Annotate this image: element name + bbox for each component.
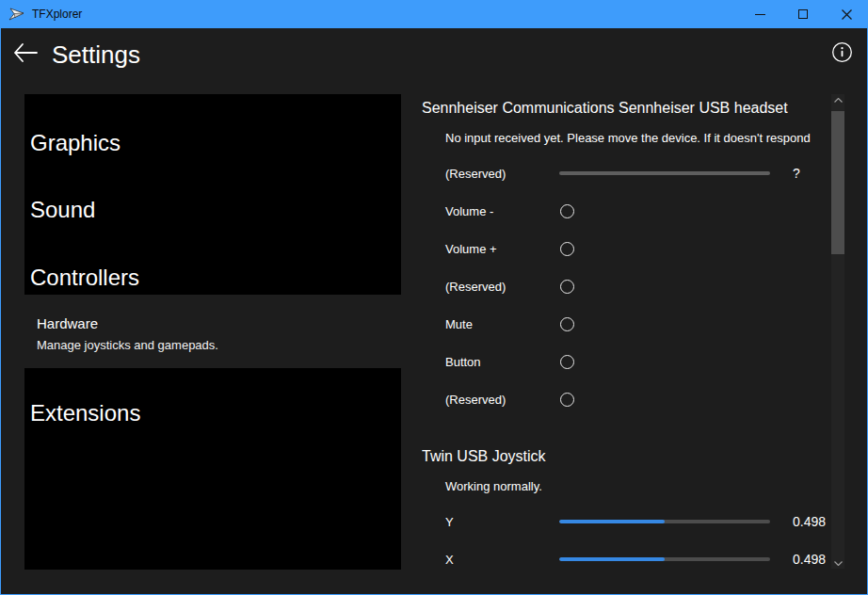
control-label: Y xyxy=(445,515,559,529)
jet-logo-icon xyxy=(8,6,25,23)
category-list: GraphicsSoundControllers xyxy=(24,94,401,295)
app-window: TFXplorer Settings Graphic xyxy=(0,0,868,595)
maximize-icon xyxy=(798,9,808,19)
axis-bar xyxy=(559,520,770,523)
control-widget xyxy=(559,317,770,331)
control-row: Volume + xyxy=(422,230,831,267)
button-state-indicator xyxy=(560,317,574,331)
scrollbar[interactable] xyxy=(831,94,844,569)
info-button[interactable] xyxy=(829,40,854,64)
scrollbar-down-arrow[interactable] xyxy=(831,557,844,569)
titlebar[interactable]: TFXplorer xyxy=(0,0,868,28)
control-label: (Reserved) xyxy=(445,280,559,294)
button-state-indicator xyxy=(560,204,574,218)
control-row: (Reserved)? xyxy=(422,154,831,192)
device-status: No input received yet. Please move the d… xyxy=(422,122,831,154)
control-value: ? xyxy=(793,166,800,181)
control-widget xyxy=(559,171,770,175)
close-button[interactable] xyxy=(825,0,868,28)
control-value: 0.498 xyxy=(793,552,826,567)
control-value: 0.498 xyxy=(793,514,826,529)
sidebar-item-sound[interactable]: Sound xyxy=(30,194,395,226)
control-label: Mute xyxy=(445,317,559,331)
device-name: Twin USB Joystick xyxy=(422,442,831,471)
control-row: Volume - xyxy=(422,192,831,230)
device-section: Sennheiser Communications Sennheiser USB… xyxy=(422,94,831,418)
close-icon xyxy=(842,9,852,20)
device-list: Sennheiser Communications Sennheiser USB… xyxy=(422,94,831,578)
minimize-button[interactable] xyxy=(738,0,781,28)
control-row: Y0.498 xyxy=(422,503,831,540)
control-widget xyxy=(559,242,770,256)
back-button[interactable] xyxy=(12,40,39,66)
left-arrow-icon xyxy=(13,42,38,63)
info-circle-icon xyxy=(831,41,853,63)
control-widget xyxy=(559,557,770,561)
control-widget xyxy=(559,520,770,523)
maximize-button[interactable] xyxy=(781,0,825,28)
device-status: Working normally. xyxy=(422,471,831,503)
button-state-indicator xyxy=(560,280,574,294)
caption-buttons xyxy=(738,0,868,28)
control-label: (Reserved) xyxy=(445,393,559,407)
sidebar-item-graphics[interactable]: Graphics xyxy=(30,127,395,159)
sidebar-item-extensions[interactable]: Extensions xyxy=(30,397,395,429)
device-name: Sennheiser Communications Sennheiser USB… xyxy=(422,94,831,122)
sidebar-item-hardware[interactable]: Hardware Manage joysticks and gamepads. xyxy=(37,314,394,354)
scrollbar-thumb[interactable] xyxy=(831,111,844,254)
button-state-indicator xyxy=(560,355,574,369)
page-title: Settings xyxy=(52,39,140,71)
control-label: Button xyxy=(445,355,559,369)
control-widget xyxy=(559,204,770,218)
control-label: X xyxy=(445,553,559,567)
control-row: (Reserved) xyxy=(422,380,831,418)
chevron-down-icon xyxy=(834,561,843,566)
control-widget xyxy=(559,393,770,407)
axis-bar-fill xyxy=(559,520,665,523)
hardware-description: Manage joysticks and gamepads. xyxy=(37,337,394,354)
control-widget xyxy=(559,280,770,294)
button-state-indicator xyxy=(560,242,574,256)
minimize-icon xyxy=(755,14,765,15)
device-section: Twin USB JoystickWorking normally.Y0.498… xyxy=(422,442,831,578)
control-label: (Reserved) xyxy=(445,167,559,181)
app-title: TFXplorer xyxy=(32,8,82,21)
control-label: Volume - xyxy=(445,204,559,218)
extensions-panel: Extensions xyxy=(24,368,401,570)
control-row: Mute xyxy=(422,305,831,343)
axis-bar xyxy=(559,557,770,561)
hardware-title: Hardware xyxy=(37,314,394,333)
control-row: X0.498 xyxy=(422,540,831,578)
sidebar-item-controllers[interactable]: Controllers xyxy=(30,262,395,294)
control-row: (Reserved) xyxy=(422,267,831,305)
control-widget xyxy=(559,355,770,369)
control-row: Button xyxy=(422,343,831,380)
axis-bar xyxy=(559,171,770,175)
control-label: Volume + xyxy=(445,242,559,256)
chevron-up-icon xyxy=(834,98,843,103)
button-state-indicator xyxy=(560,393,574,407)
scrollbar-up-arrow[interactable] xyxy=(831,94,844,105)
axis-bar-fill xyxy=(559,557,665,561)
